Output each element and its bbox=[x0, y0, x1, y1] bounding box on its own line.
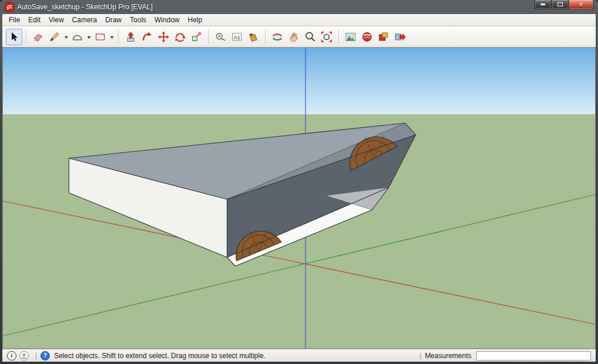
info-icon: i bbox=[11, 352, 13, 359]
orbit-icon bbox=[271, 31, 283, 43]
rotate-icon bbox=[174, 31, 186, 43]
rectangle-tool-button[interactable] bbox=[92, 29, 108, 45]
toolbar-separator bbox=[26, 30, 26, 44]
select-arrow-icon bbox=[8, 31, 20, 43]
person-icon bbox=[21, 353, 27, 359]
window-title: AutoSave_sketchup - SketchUp Pro [EVAL] bbox=[17, 3, 152, 11]
export-icon bbox=[394, 31, 406, 43]
follow-me-tool-button[interactable] bbox=[139, 29, 155, 45]
help-button[interactable]: ? bbox=[40, 351, 50, 360]
menu-file[interactable]: File bbox=[5, 15, 24, 25]
geolocation-status-button[interactable]: i bbox=[7, 351, 16, 360]
share-model-icon bbox=[378, 31, 389, 43]
measurements-input[interactable] bbox=[476, 351, 591, 360]
tape-measure-tool-button[interactable] bbox=[212, 29, 229, 45]
sky bbox=[3, 48, 595, 114]
line-tool-button[interactable] bbox=[46, 29, 63, 45]
scale-icon bbox=[191, 31, 202, 43]
pencil-icon bbox=[49, 31, 60, 43]
menu-edit[interactable]: Edit bbox=[24, 15, 45, 25]
statusbar: i | ? Select objects. Shift to extend se… bbox=[2, 349, 596, 362]
push-pull-tool-button[interactable] bbox=[123, 29, 139, 45]
titlebar[interactable]: AutoSave_sketchup - SketchUp Pro [EVAL] … bbox=[2, 0, 596, 14]
menu-view[interactable]: View bbox=[45, 15, 68, 25]
arc-icon bbox=[72, 31, 83, 43]
toolbar-separator bbox=[118, 30, 119, 44]
minimize-button[interactable] bbox=[535, 0, 551, 9]
share-model-tool-button[interactable] bbox=[375, 29, 392, 45]
arc-tool-dropdown[interactable] bbox=[86, 29, 92, 45]
add-location-tool-button[interactable] bbox=[342, 29, 359, 45]
push-pull-icon bbox=[125, 31, 137, 43]
measurements-label: Measurements bbox=[425, 352, 471, 360]
statusbar-separator: | bbox=[35, 352, 37, 360]
rectangle-icon bbox=[94, 31, 106, 43]
orbit-tool-button[interactable] bbox=[269, 29, 286, 45]
menu-help[interactable]: Help bbox=[184, 15, 206, 25]
toolbar-separator bbox=[208, 30, 209, 44]
close-icon: × bbox=[579, 1, 583, 8]
arc-tool-button[interactable] bbox=[69, 29, 86, 45]
menu-tools[interactable]: Tools bbox=[126, 15, 151, 25]
window-controls: × bbox=[534, 0, 593, 9]
move-icon bbox=[158, 31, 169, 43]
chevron-down-icon bbox=[110, 36, 114, 40]
scale-tool-button[interactable] bbox=[188, 29, 205, 45]
pan-hand-icon bbox=[288, 31, 300, 43]
follow-me-icon bbox=[141, 31, 153, 43]
add-location-icon bbox=[345, 31, 356, 43]
eraser-icon bbox=[32, 31, 44, 43]
minimize-icon bbox=[541, 4, 545, 5]
menu-window[interactable]: Window bbox=[151, 15, 184, 25]
close-button[interactable]: × bbox=[569, 0, 593, 9]
toolbar-separator bbox=[338, 30, 339, 44]
chevron-down-icon bbox=[87, 36, 91, 40]
get-models-icon bbox=[361, 31, 373, 43]
menu-camera[interactable]: Camera bbox=[68, 15, 101, 25]
maximize-button[interactable] bbox=[552, 0, 568, 9]
rectangle-tool-dropdown[interactable] bbox=[108, 29, 115, 45]
paint-bucket-icon bbox=[247, 31, 259, 43]
toolbar-separator bbox=[265, 30, 266, 44]
statusbar-separator: | bbox=[420, 352, 422, 360]
dimension-text-tool-button[interactable]: A1 bbox=[229, 29, 245, 45]
menu-draw[interactable]: Draw bbox=[101, 15, 126, 25]
maximize-icon bbox=[558, 2, 563, 6]
viewport-frame bbox=[2, 47, 596, 349]
toolbar: A1 bbox=[2, 26, 596, 47]
sketchup-window: AutoSave_sketchup - SketchUp Pro [EVAL] … bbox=[0, 0, 598, 364]
sketchup-logo-icon bbox=[5, 2, 14, 12]
export-tool-button[interactable] bbox=[392, 29, 408, 45]
question-icon: ? bbox=[43, 352, 47, 359]
zoom-tool-button[interactable] bbox=[302, 29, 318, 45]
zoom-extents-icon bbox=[321, 31, 332, 43]
paint-bucket-tool-button[interactable] bbox=[245, 29, 261, 45]
zoom-magnifier-icon bbox=[304, 31, 316, 43]
tape-measure-icon bbox=[215, 31, 226, 43]
eraser-tool-button[interactable] bbox=[30, 29, 46, 45]
line-tool-dropdown[interactable] bbox=[63, 29, 69, 45]
3d-viewport[interactable] bbox=[3, 48, 595, 348]
pan-tool-button[interactable] bbox=[286, 29, 302, 45]
claim-credit-button[interactable] bbox=[19, 351, 29, 360]
get-models-tool-button[interactable] bbox=[359, 29, 375, 45]
dimension-text-label: A1 bbox=[233, 35, 240, 40]
chevron-down-icon bbox=[64, 36, 68, 40]
zoom-extents-tool-button[interactable] bbox=[318, 29, 335, 45]
menubar: File Edit View Camera Draw Tools Window … bbox=[2, 14, 596, 26]
rotate-tool-button[interactable] bbox=[172, 29, 188, 45]
move-tool-button[interactable] bbox=[155, 29, 172, 45]
dimension-text-icon: A1 bbox=[231, 31, 243, 43]
status-message: Select objects. Shift to extend select. … bbox=[54, 352, 266, 360]
select-tool-button[interactable] bbox=[6, 29, 22, 45]
